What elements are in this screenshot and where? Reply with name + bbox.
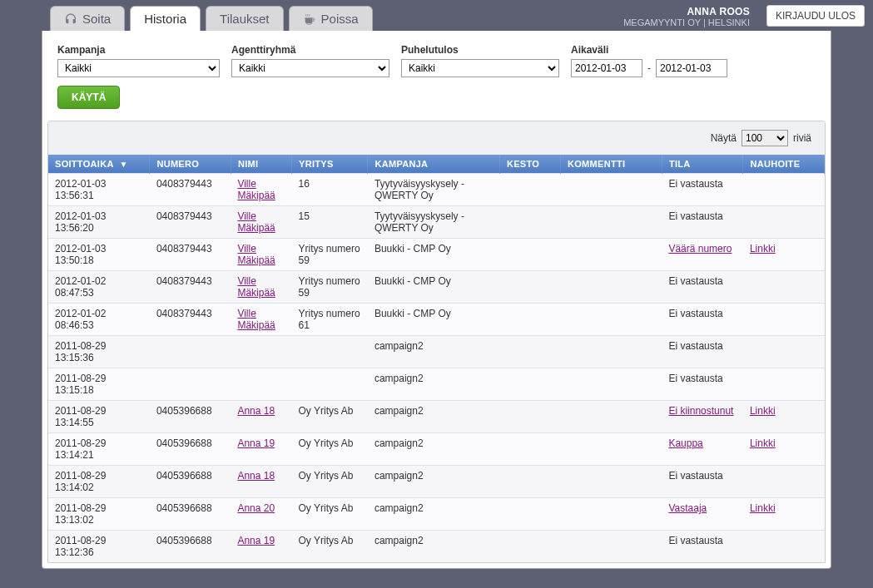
cell-kampanja: campaign2: [368, 531, 499, 563]
cell-kampanja: campaign2: [368, 368, 499, 401]
col-header-tila[interactable]: TILA: [662, 155, 743, 174]
cell-kampanja: campaign2: [368, 336, 499, 368]
table-row: 2011-08-29 13:15:18campaign2Ei vastausta: [48, 368, 825, 401]
cell-nimi-link[interactable]: Anna 18: [237, 470, 275, 482]
cell-soittoaika: 2012-01-03 13:50:18: [48, 239, 150, 271]
cell-kesto: [499, 531, 560, 563]
table-row: 2011-08-29 13:14:020405396688Anna 18Oy Y…: [48, 466, 825, 498]
cell-numero: 0408379443: [150, 239, 231, 271]
filter-puhelutulos-select[interactable]: Kaikki: [401, 59, 559, 77]
tab-tilaukset[interactable]: Tilaukset: [206, 6, 283, 31]
cell-numero: 0408379443: [150, 271, 231, 304]
cell-tila: Ei kiinnostunut: [662, 401, 743, 433]
cell-soittoaika: 2011-08-29 13:14:02: [48, 466, 150, 498]
tab-poissa[interactable]: Poissa: [289, 6, 373, 31]
table-row: 2012-01-03 13:50:180408379443Ville Mäkip…: [48, 239, 825, 271]
cell-soittoaika: 2011-08-29 13:13:02: [48, 498, 150, 531]
cell-kampanja: campaign2: [368, 466, 499, 498]
cell-nimi-link[interactable]: Anna 19: [237, 437, 275, 449]
cell-tila-link[interactable]: Ei kiinnostunut: [668, 405, 733, 417]
cell-nauhoite-link[interactable]: Linkki: [750, 243, 776, 254]
cell-numero: 0405396688: [150, 401, 231, 433]
cell-numero: 0405396688: [150, 466, 231, 498]
cell-numero: 0408379443: [150, 304, 231, 336]
cell-numero: 0405396688: [150, 433, 231, 466]
cell-nimi-link[interactable]: Ville Mäkipää: [237, 243, 275, 266]
cell-kesto: [499, 336, 560, 368]
cell-nauhoite: [743, 304, 825, 336]
cell-kesto: [499, 368, 560, 401]
cell-nimi-link[interactable]: Anna 18: [237, 405, 275, 417]
cell-nimi-link[interactable]: Ville Mäkipää: [237, 275, 275, 299]
cell-tila: Ei vastausta: [662, 206, 743, 239]
cell-kommentti: [561, 401, 662, 433]
cell-soittoaika: 2011-08-29 13:15:18: [48, 368, 150, 401]
col-header-yritys[interactable]: YRITYS: [292, 155, 368, 174]
cell-kommentti: [561, 498, 662, 531]
cell-tila: Vastaaja: [662, 498, 743, 531]
sort-desc-icon: ▼: [120, 160, 128, 169]
cell-nimi-link[interactable]: Ville Mäkipää: [237, 210, 275, 234]
cell-nimi-link[interactable]: Anna 19: [237, 535, 275, 546]
logout-button[interactable]: KIRJAUDU ULOS: [766, 5, 865, 27]
filter-kampanja-select[interactable]: Kaikki: [57, 59, 220, 77]
cell-nauhoite-link[interactable]: Linkki: [750, 502, 776, 514]
col-header-nauhoite[interactable]: NAUHOITE: [743, 155, 825, 174]
cell-nimi: [231, 336, 291, 368]
apply-button[interactable]: KÄYTÄ: [57, 86, 120, 109]
filter-label-kampanja: Kampanja: [57, 44, 220, 56]
cell-nimi: Anna 19: [231, 531, 291, 563]
col-header-kesto[interactable]: KESTO: [499, 155, 560, 174]
filter-agenttiryhma-select[interactable]: Kaikki: [231, 59, 389, 77]
col-header-nimi[interactable]: NIMI: [231, 155, 291, 174]
cell-kommentti: [561, 336, 662, 368]
cell-kampanja: Tyytyväisyyskysely - QWERTY Oy: [368, 174, 499, 206]
table-row: 2011-08-29 13:14:210405396688Anna 19Oy Y…: [48, 433, 825, 466]
cell-numero: 0408379443: [150, 206, 231, 239]
cell-tila: Väärä numero: [662, 239, 743, 271]
cell-kesto: [499, 304, 560, 336]
cell-nimi-link[interactable]: Ville Mäkipää: [237, 178, 275, 201]
cell-nimi: Ville Mäkipää: [231, 174, 291, 206]
cell-nauhoite: [743, 531, 825, 563]
cell-tila-link[interactable]: Väärä numero: [668, 243, 732, 254]
cell-kampanja: Buukki - CMP Oy: [368, 239, 499, 271]
col-header-soittoaika[interactable]: SOITTOAIKA ▼: [48, 155, 150, 174]
col-header-numero[interactable]: NUMERO: [150, 155, 231, 174]
cell-tila: Ei vastausta: [662, 336, 743, 368]
cell-nimi: Anna 18: [231, 401, 291, 433]
cell-nauhoite-link[interactable]: Linkki: [750, 437, 776, 449]
cell-nauhoite: [743, 271, 825, 304]
cell-kommentti: [561, 433, 662, 466]
cell-nauhoite-link[interactable]: Linkki: [750, 405, 776, 417]
cell-nimi-link[interactable]: Anna 20: [237, 502, 275, 514]
col-header-kampanja[interactable]: KAMPANJA: [368, 155, 499, 174]
cell-kampanja: campaign2: [368, 401, 499, 433]
cell-kommentti: [561, 174, 662, 206]
col-header-kommentti[interactable]: KOMMENTTI: [561, 155, 662, 174]
tab-historia[interactable]: Historia: [130, 6, 201, 31]
cell-tila-link[interactable]: Kauppa: [668, 437, 702, 449]
cell-yritys: Oy Yritys Ab: [292, 433, 368, 466]
user-name: ANNA ROOS: [623, 6, 750, 17]
cell-kommentti: [561, 466, 662, 498]
filter-label-aikavali: Aikaväli: [571, 44, 727, 56]
cell-yritys: Yritys numero 61: [292, 304, 368, 336]
filter-date-from[interactable]: [571, 59, 642, 77]
cell-kesto: [499, 271, 560, 304]
rows-per-page-select[interactable]: 100: [742, 130, 788, 146]
cell-soittoaika: 2011-08-29 13:15:36: [48, 336, 150, 368]
tab-soita[interactable]: Soita: [50, 6, 125, 31]
cell-yritys: Oy Yritys Ab: [292, 531, 368, 563]
cell-nauhoite: Linkki: [743, 498, 825, 531]
cell-kesto: [499, 401, 560, 433]
table-row: 2011-08-29 13:15:36campaign2Ei vastausta: [48, 336, 825, 368]
cell-nimi: Anna 19: [231, 433, 291, 466]
filter-date-to[interactable]: [656, 59, 727, 77]
cell-kommentti: [561, 271, 662, 304]
headset-icon: [64, 12, 77, 26]
cell-nimi-link[interactable]: Ville Mäkipää: [237, 308, 275, 331]
cell-soittoaika: 2011-08-29 13:14:21: [48, 433, 150, 466]
cell-tila-link[interactable]: Vastaaja: [668, 502, 707, 514]
table-row: 2012-01-02 08:46:530408379443Ville Mäkip…: [48, 304, 825, 336]
